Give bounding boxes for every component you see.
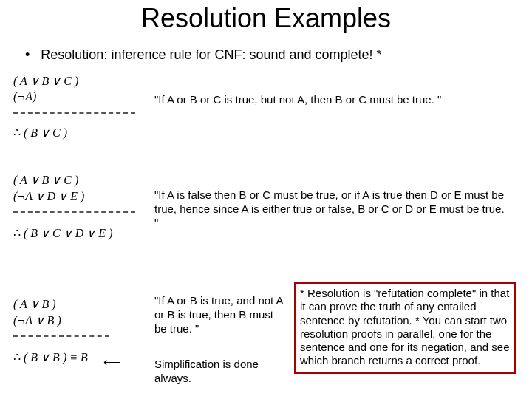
refutation-box: * Resolution is "refutation complete" in…	[294, 282, 516, 374]
proof1-rule-line	[13, 112, 135, 114]
proof3-line1: ( A ∨ B )	[13, 297, 56, 311]
slide-title: Resolution Examples	[0, 3, 532, 34]
proof2-line2: (¬A ∨ D ∨ E )	[13, 189, 84, 203]
proof1-result: ∴ ∴ ( B ∨ C ) ( B ∨ C )	[13, 126, 67, 140]
simplification-note: Simplification is done always.	[154, 358, 284, 386]
proof2-quote: "If A is false then B or C must be true,…	[154, 188, 510, 230]
proof2-result: ∴ ∴ ( B ∨ C ∨ D ∨ E ) ( B ∨ C ∨ D ∨ E )	[13, 226, 112, 240]
proof2-line1: ( A ∨ B ∨ C )	[13, 173, 78, 187]
therefore-icon: ∴	[13, 351, 21, 364]
proof3-result: ∴ ∴ ( B ∨ B ) ≡ B ( B ∨ B ) ≡ B	[13, 350, 88, 364]
slide: Resolution Examples • Resolution: infere…	[0, 0, 532, 399]
bullet-icon: •	[25, 47, 30, 62]
subtitle-row: • Resolution: inference rule for CNF: so…	[25, 47, 517, 63]
subtitle-text: Resolution: inference rule for CNF: soun…	[41, 47, 381, 62]
arrow-left-icon: ⟵	[103, 355, 120, 369]
proof2-rule-line	[13, 211, 135, 213]
proof3-rule-line	[13, 335, 109, 337]
therefore-icon: ∴	[13, 126, 21, 139]
proof3-line2: (¬A ∨ B )	[13, 313, 61, 327]
proof1-quote: "If A or B or C is true, but not A, then…	[154, 93, 510, 106]
proof1-line1: ( A ∨ B ∨ C )	[13, 74, 78, 88]
proof1-line2: (¬A)	[13, 90, 36, 103]
therefore-icon: ∴	[13, 227, 21, 239]
proof3-quote: "If A or B is true, and not A or B is tr…	[154, 294, 284, 335]
